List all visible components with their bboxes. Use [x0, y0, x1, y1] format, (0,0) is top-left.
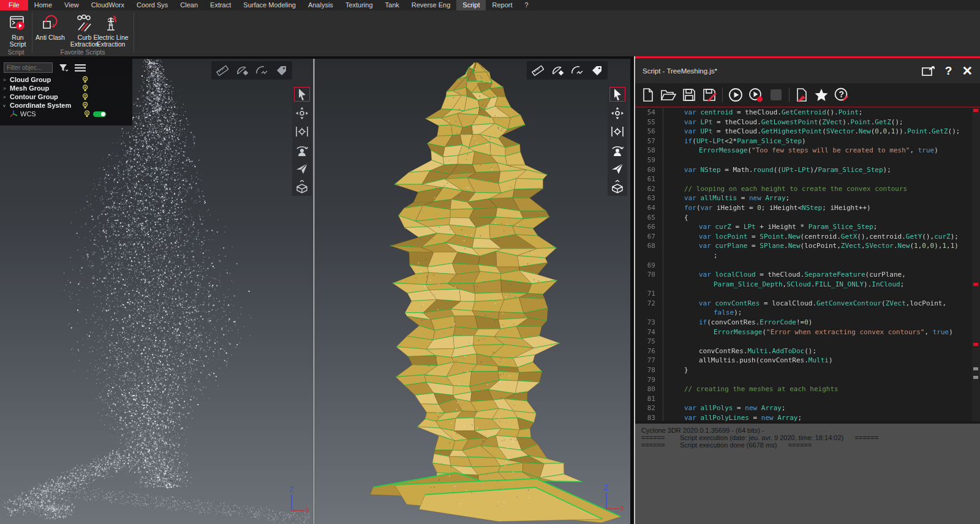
viewport-mesh[interactable]: [315, 59, 630, 524]
line-number[interactable]: 65: [635, 213, 663, 223]
examine-viewer-icon[interactable]: [610, 143, 625, 157]
line-number[interactable]: 82: [635, 403, 663, 413]
code-line[interactable]: 82var allPolys = new Array;: [635, 403, 980, 413]
label-tag-icon[interactable]: [275, 65, 287, 76]
point-cloud-render[interactable]: [0, 59, 313, 524]
code-line[interactable]: 60var NStep = Math.round((UPt-LPt)/Param…: [635, 165, 980, 175]
info-mark[interactable]: [973, 367, 978, 370]
help-icon[interactable]: ?: [945, 64, 952, 78]
line-number[interactable]: [635, 251, 663, 261]
save-as-icon[interactable]: [702, 88, 717, 102]
line-number[interactable]: 76: [635, 346, 663, 356]
fly-mode-icon[interactable]: [295, 162, 309, 175]
code-editor[interactable]: 54var centroid = theCloud.GetCentroid().…: [635, 108, 980, 421]
code-line[interactable]: 73if(convContRes.ErrorCode!=0): [635, 318, 980, 328]
visibility-bulb-icon[interactable]: [82, 102, 88, 109]
zoom-fit-icon[interactable]: [295, 125, 309, 138]
code-line[interactable]: 65{: [635, 213, 980, 223]
code-line[interactable]: 67var locPoint = SPoint.New(centroid.Get…: [635, 232, 980, 242]
line-number[interactable]: 57: [635, 137, 663, 146]
line-number[interactable]: 62: [635, 184, 663, 194]
line-number[interactable]: 79: [635, 375, 663, 385]
visibility-bulb-icon[interactable]: [82, 76, 88, 83]
visibility-bulb-icon[interactable]: [84, 110, 90, 118]
save-script-icon[interactable]: [682, 88, 696, 102]
ruler-icon[interactable]: [532, 65, 544, 76]
info-mark[interactable]: [973, 376, 978, 379]
code-line[interactable]: 76convContRes.Multi.AddToDoc();: [635, 346, 980, 356]
open-script-icon[interactable]: [660, 88, 676, 102]
menu-tab--[interactable]: ?: [519, 0, 535, 10]
menu-tab-script[interactable]: Script: [456, 0, 486, 10]
line-number[interactable]: 66: [635, 222, 663, 232]
line-number[interactable]: 60: [635, 165, 663, 175]
code-line[interactable]: 70var localCloud = theCloud.SeparateFeat…: [635, 270, 980, 280]
error-mark[interactable]: [973, 283, 978, 286]
mesh-render[interactable]: [315, 59, 630, 524]
line-number[interactable]: 63: [635, 193, 663, 203]
line-number[interactable]: 58: [635, 146, 663, 155]
code-line[interactable]: false);: [635, 308, 980, 318]
angle-measure-icon[interactable]: [551, 65, 564, 76]
line-number[interactable]: 78: [635, 365, 663, 375]
script-help-icon[interactable]: ?: [834, 88, 849, 102]
expand-icon[interactable]: >: [3, 77, 10, 83]
code-line[interactable]: 71: [635, 289, 980, 299]
menu-tab-cloudworx[interactable]: CloudWorx: [85, 0, 130, 10]
line-number[interactable]: 68: [635, 241, 663, 251]
line-number[interactable]: 80: [635, 384, 663, 394]
angle-curve-icon[interactable]: [255, 65, 268, 76]
menu-tab-tank[interactable]: Tank: [379, 0, 405, 10]
tree-item-mesh-group[interactable]: > Mesh Group: [0, 84, 132, 92]
code-line[interactable]: 58ErrorMessage("Too few steps will be cr…: [635, 146, 980, 155]
angle-curve-icon[interactable]: [571, 65, 583, 76]
line-number[interactable]: 75: [635, 337, 663, 346]
menu-tab-texturing[interactable]: Texturing: [339, 0, 379, 10]
output-console[interactable]: Cyclone 3DR 2020.0.1.35699 - (64 bits) -…: [635, 421, 980, 524]
run-icon[interactable]: [728, 88, 743, 102]
line-number[interactable]: [635, 308, 663, 318]
wcs-active-toggle[interactable]: [93, 111, 106, 117]
run-debug-icon[interactable]: [748, 88, 763, 102]
fly-mode-icon[interactable]: [610, 162, 625, 175]
line-number[interactable]: 56: [635, 127, 663, 137]
line-number[interactable]: 72: [635, 299, 663, 309]
line-number[interactable]: 77: [635, 356, 663, 365]
line-number[interactable]: 55: [635, 118, 663, 127]
tree-item-contour-group[interactable]: > Contour Group: [0, 92, 132, 101]
menu-tab-analysis[interactable]: Analysis: [302, 0, 339, 10]
visibility-bulb-icon[interactable]: [82, 84, 88, 92]
code-line[interactable]: 64for(var iHeight = 0; iHeight<NStep; iH…: [635, 203, 980, 213]
line-number[interactable]: 70: [635, 270, 663, 280]
line-number[interactable]: 83: [635, 413, 663, 421]
menu-tab-file[interactable]: File: [0, 0, 28, 10]
filter-input[interactable]: [4, 62, 53, 73]
code-line[interactable]: ;: [635, 251, 980, 261]
line-number[interactable]: 73: [635, 318, 663, 328]
tree-item-wcs[interactable]: WCS: [0, 110, 132, 118]
line-number[interactable]: 61: [635, 174, 663, 184]
line-number[interactable]: 74: [635, 328, 663, 337]
script-document-icon[interactable]: [795, 88, 809, 102]
code-line[interactable]: 68var curPlane = SPlane.New(locPoint,ZVe…: [635, 241, 980, 251]
view-cube-icon[interactable]: [295, 180, 309, 193]
code-line[interactable]: 59: [635, 155, 980, 165]
code-line[interactable]: 79: [635, 375, 980, 385]
code-line[interactable]: 62// looping on each height to create th…: [635, 184, 980, 194]
electric-line-extraction-button[interactable]: Electric Line Extraction: [89, 14, 132, 48]
visibility-bulb-icon[interactable]: [82, 93, 88, 100]
menu-tab-home[interactable]: Home: [28, 0, 58, 10]
line-number[interactable]: 67: [635, 232, 663, 242]
code-line[interactable]: 83var allPolyLines = new Array;: [635, 413, 980, 421]
code-line[interactable]: 57if(UPt-LPt<2*Param_Slice_Step): [635, 137, 980, 146]
view-cube-icon[interactable]: [610, 180, 625, 193]
cursor-select-icon[interactable]: [609, 87, 625, 102]
annotation-gutter[interactable]: [972, 108, 980, 421]
tree-item-coordinate-system[interactable]: v Coordinate System: [0, 101, 132, 110]
menu-tab-reverse-eng[interactable]: Reverse Eng: [405, 0, 457, 10]
line-number[interactable]: 64: [635, 203, 663, 213]
expand-icon[interactable]: >: [3, 94, 10, 100]
code-line[interactable]: 54var centroid = theCloud.GetCentroid().…: [635, 108, 980, 118]
menu-tab-report[interactable]: Report: [486, 0, 518, 10]
line-number[interactable]: 71: [635, 289, 663, 299]
